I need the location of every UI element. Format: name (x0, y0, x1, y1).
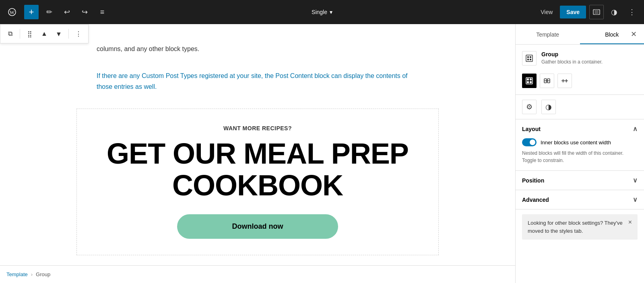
contrast-button[interactable]: ◑ (607, 5, 621, 19)
editor-content: columns, and any other block types. If t… (0, 24, 515, 279)
undo-icon: ↩ (64, 8, 70, 16)
position-section: Position ∨ (516, 171, 644, 190)
layout-help-text: Nested blocks will fill the width of thi… (522, 150, 638, 164)
chevron-down-icon: ▼ (56, 31, 62, 38)
text-content-2: If there are any Custom Post Types regis… (97, 72, 408, 90)
half-circle-icon: ◑ (545, 103, 552, 111)
redo-button[interactable]: ↪ (77, 5, 92, 19)
layout-chevron-up-icon: ∧ (633, 125, 638, 133)
block-info: Group Gather blocks in a container. (541, 51, 603, 65)
advanced-section: Advanced ∨ (516, 190, 644, 209)
chevron-up-icon: ▲ (41, 30, 47, 37)
chevron-down-icon: ▾ (330, 9, 332, 15)
svg-rect-11 (530, 78, 532, 80)
block-header: Group Gather blocks in a container. (516, 45, 644, 70)
drag-handle-button[interactable]: ⣿ (23, 27, 36, 40)
undo-button[interactable]: ↩ (60, 5, 74, 19)
svg-rect-6 (530, 56, 531, 58)
svg-rect-8 (530, 59, 531, 60)
breadcrumb: Template › Group (0, 265, 515, 283)
style-icons-row (516, 70, 644, 95)
group-block[interactable]: WANT MORE RECIPES? GET OUR MEAL PREP COO… (76, 109, 439, 255)
sidebar: Template Block ✕ Group Gather blocks in … (515, 24, 644, 283)
transform-block-button[interactable]: ⧉ (4, 27, 17, 40)
layout-section-header[interactable]: Layout ∧ (516, 119, 644, 138)
list-view-button[interactable]: ≡ (95, 5, 109, 19)
download-now-button[interactable]: Download now (177, 214, 338, 239)
position-section-header[interactable]: Position ∨ (516, 171, 644, 190)
block-options-button[interactable]: ⋮ (72, 27, 85, 40)
layout-section-content: Inner blocks use content width Nested bl… (516, 138, 644, 170)
block-description: Gather blocks in a container. (541, 59, 603, 65)
layout-section-title: Layout (522, 126, 541, 132)
document-title-area: Single ▾ (312, 9, 332, 15)
layout-view-button[interactable] (589, 5, 604, 19)
close-icon: ✕ (631, 30, 637, 39)
advanced-section-title: Advanced (522, 197, 549, 203)
block-toolbar: ⧉ ⣿ ▲ ▼ ⋮ (0, 24, 89, 43)
wp-logo-icon[interactable]: W (5, 5, 19, 19)
text-content-1: columns, and any other block types. (97, 45, 199, 52)
style-filled-button[interactable] (522, 74, 537, 88)
editor-panel: ⧉ ⣿ ▲ ▼ ⋮ columns, and any other block t… (0, 24, 515, 283)
tooltip-text: Looking for other block settings? They'v… (528, 219, 625, 235)
block-styles-button[interactable]: ◑ (541, 100, 556, 114)
add-block-button[interactable]: + (24, 5, 39, 19)
view-button[interactable]: View (537, 6, 557, 18)
position-section-title: Position (522, 177, 544, 184)
sidebar-tabs: Template Block ✕ (516, 24, 644, 45)
layout-toggle-row: Inner blocks use content width (522, 138, 638, 146)
toggle-label: Inner blocks use content width (541, 139, 611, 146)
text-block-2: If there are any Custom Post Types regis… (97, 70, 419, 92)
topbar-right-actions: View Save ◑ ⋮ (537, 5, 639, 19)
inner-blocks-width-toggle[interactable] (522, 138, 537, 146)
svg-rect-3 (594, 10, 599, 14)
more-options-button[interactable]: ⋮ (625, 5, 639, 19)
redo-icon: ↪ (82, 8, 88, 16)
contrast-icon: ◑ (611, 8, 617, 16)
tooltip-box: Looking for other block settings? They'v… (522, 214, 638, 240)
list-view-icon: ≡ (100, 8, 105, 16)
text-block-1: columns, and any other block types. (97, 43, 419, 54)
tab-template[interactable]: Template (516, 24, 580, 44)
group-block-icon (522, 51, 537, 66)
plus-icon: + (29, 8, 34, 16)
more-icon: ⋮ (628, 8, 636, 16)
main-area: ⧉ ⣿ ▲ ▼ ⋮ columns, and any other block t… (0, 24, 644, 283)
position-chevron-down-icon: ∨ (633, 176, 638, 184)
toolbar-divider (20, 29, 20, 39)
tools-button[interactable]: ✏ (42, 5, 56, 19)
tooltip-close-button[interactable]: × (628, 219, 632, 226)
sidebar-close-button[interactable]: ✕ (628, 29, 639, 40)
group-subtitle: WANT MORE RECIPES? (85, 125, 430, 131)
layout-section: Layout ∧ Inner blocks use content width … (516, 119, 644, 171)
svg-rect-5 (527, 56, 529, 58)
svg-text:W: W (10, 9, 15, 15)
block-name: Group (541, 51, 603, 57)
group-title: GET OUR MEAL PREP COOKBOOK (85, 138, 430, 201)
gear-icon: ⚙ (526, 103, 533, 111)
pencil-icon: ✏ (46, 8, 52, 16)
move-down-button[interactable]: ▼ (52, 28, 65, 41)
svg-rect-7 (527, 59, 529, 60)
style-wide-button[interactable] (557, 74, 572, 88)
style-outline-button[interactable] (540, 74, 554, 88)
breadcrumb-template[interactable]: Template (6, 271, 28, 277)
svg-rect-12 (527, 81, 529, 83)
topbar: W + ✏ ↩ ↪ ≡ Single ▾ View Save ◑ ⋮ (0, 0, 644, 24)
advanced-section-header[interactable]: Advanced ∨ (516, 190, 644, 209)
settings-row: ⚙ ◑ (516, 95, 644, 119)
drag-icon: ⣿ (27, 30, 32, 38)
transform-icon: ⧉ (8, 30, 12, 37)
svg-rect-13 (530, 81, 532, 83)
svg-rect-4 (526, 55, 533, 62)
move-up-button[interactable]: ▲ (38, 27, 51, 40)
block-settings-button[interactable]: ⚙ (522, 100, 537, 114)
breadcrumb-separator: › (31, 271, 33, 277)
options-icon: ⋮ (75, 30, 82, 38)
save-button[interactable]: Save (560, 6, 586, 18)
svg-rect-10 (527, 78, 529, 80)
advanced-chevron-down-icon: ∨ (633, 196, 638, 203)
breadcrumb-group: Group (36, 271, 50, 277)
toolbar-divider-2 (68, 29, 69, 39)
